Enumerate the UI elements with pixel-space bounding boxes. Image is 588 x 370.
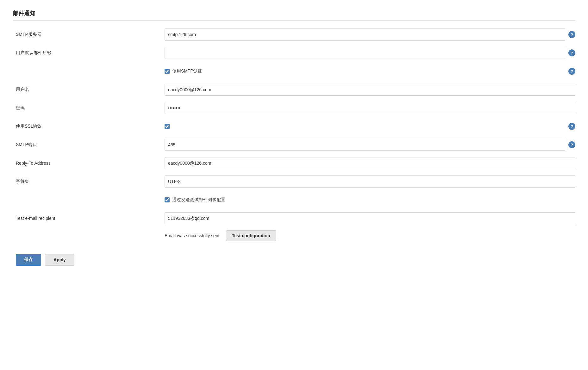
- smtp-port-field: ?: [165, 139, 575, 151]
- use-ssl-field: ?: [165, 123, 575, 130]
- charset-row: 字符集: [13, 175, 575, 188]
- reply-to-label: Reply-To Address: [13, 161, 165, 166]
- reply-to-field: [165, 157, 575, 169]
- section-title: 邮件通知: [13, 10, 575, 21]
- reply-to-input[interactable]: [165, 157, 575, 169]
- test-config-checkbox-wrapper: 通过发送测试邮件测试配置: [165, 197, 225, 203]
- password-field: [165, 102, 575, 114]
- test-configuration-button[interactable]: Test configuration: [226, 230, 276, 241]
- smtp-port-row: SMTP端口 ?: [13, 138, 575, 151]
- user-domain-label: 用户默认邮件后缀: [13, 50, 165, 56]
- smtp-auth-row: 使用SMTP认证 ?: [13, 65, 575, 78]
- test-recipient-row: Test e-mail recipient: [13, 212, 575, 225]
- smtp-server-help-icon[interactable]: ?: [568, 31, 575, 38]
- smtp-auth-checkbox-wrapper: 使用SMTP认证: [165, 68, 202, 74]
- reply-to-row: Reply-To Address: [13, 157, 575, 169]
- username-field: [165, 84, 575, 96]
- use-ssl-checkbox[interactable]: [165, 124, 170, 129]
- smtp-auth-help-icon[interactable]: ?: [568, 68, 575, 75]
- test-recipient-label: Test e-mail recipient: [13, 216, 165, 221]
- username-label: 用户名: [13, 87, 165, 92]
- smtp-server-field: ?: [165, 29, 575, 41]
- user-domain-help-icon[interactable]: ?: [568, 49, 575, 56]
- smtp-port-label: SMTP端口: [13, 142, 165, 148]
- user-domain-field: ?: [165, 47, 575, 59]
- smtp-auth-checkbox-label[interactable]: 使用SMTP认证: [172, 68, 202, 74]
- test-config-field: 通过发送测试邮件测试配置: [165, 197, 575, 203]
- smtp-server-input[interactable]: [165, 29, 565, 41]
- apply-button[interactable]: Apply: [45, 254, 74, 266]
- charset-label: 字符集: [13, 179, 165, 184]
- smtp-server-label: SMTP服务器: [13, 32, 165, 37]
- password-row: 密码: [13, 102, 575, 114]
- user-domain-input[interactable]: [165, 47, 565, 59]
- page-container: 邮件通知 SMTP服务器 ? 用户默认邮件后缀 ? 使用SMTP认证 ? 用户名: [0, 0, 588, 275]
- smtp-auth-field: 使用SMTP认证 ?: [165, 68, 575, 75]
- test-config-row: 通过发送测试邮件测试配置: [13, 194, 575, 206]
- charset-field: [165, 175, 575, 188]
- use-ssl-row: 使用SSL协议 ?: [13, 120, 575, 133]
- test-config-checkbox-label[interactable]: 通过发送测试邮件测试配置: [172, 197, 225, 203]
- smtp-port-input[interactable]: [165, 139, 565, 151]
- use-ssl-label: 使用SSL协议: [13, 124, 165, 129]
- use-ssl-help-icon[interactable]: ?: [568, 123, 575, 130]
- charset-input[interactable]: [165, 175, 575, 188]
- smtp-auth-checkbox[interactable]: [165, 69, 170, 74]
- username-row: 用户名: [13, 83, 575, 96]
- smtp-server-row: SMTP服务器 ?: [13, 28, 575, 41]
- test-recipient-input[interactable]: [165, 212, 575, 224]
- password-label: 密码: [13, 105, 165, 111]
- username-input[interactable]: [165, 84, 575, 96]
- test-status-message: Email was successfully sent: [165, 233, 220, 238]
- save-button[interactable]: 保存: [16, 254, 41, 266]
- test-status-row: Email was successfully sent Test configu…: [13, 230, 575, 241]
- footer-buttons: 保存 Apply: [13, 254, 575, 266]
- test-config-checkbox[interactable]: [165, 197, 170, 202]
- user-domain-row: 用户默认邮件后缀 ?: [13, 47, 575, 59]
- smtp-port-help-icon[interactable]: ?: [568, 141, 575, 148]
- password-input[interactable]: [165, 102, 575, 114]
- test-recipient-field: [165, 212, 575, 224]
